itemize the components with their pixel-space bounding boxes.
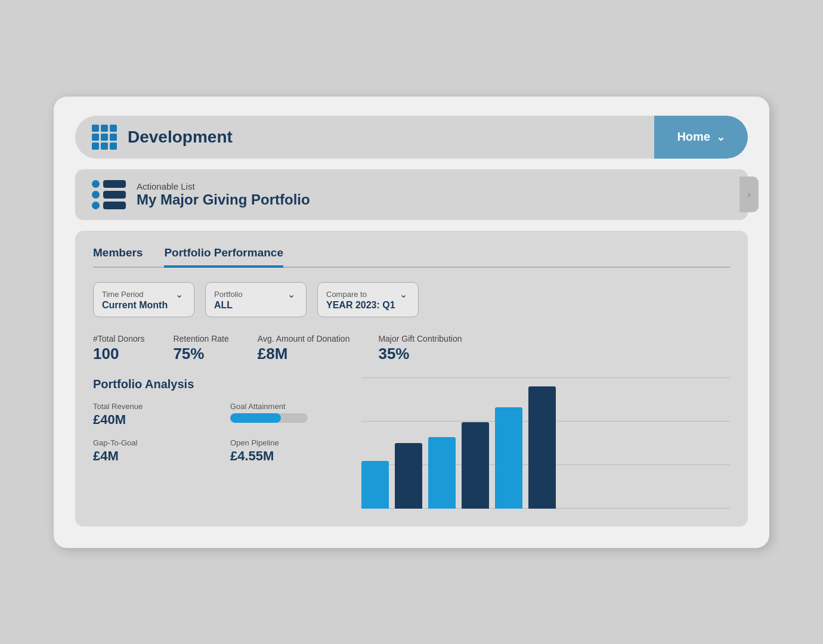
- list-bar-3: [103, 202, 126, 209]
- list-icon: [92, 180, 126, 209]
- list-dot-2: [92, 191, 100, 199]
- stat-major-gift-label: Major Gift Contribution: [378, 334, 462, 343]
- chart-area: [349, 377, 730, 509]
- portfolio-value: ALL: [214, 300, 295, 311]
- grid-icon: [92, 125, 117, 150]
- metric-total-revenue-label: Total Revenue: [93, 402, 212, 411]
- stat-major-gift: Major Gift Contribution 35%: [378, 334, 462, 363]
- metric-total-revenue-value: £40M: [93, 412, 212, 428]
- stat-total-donors-label: #Total Donors: [93, 334, 144, 343]
- actionable-label: Actionable List: [137, 181, 310, 191]
- filter-row: Time Period ⌄ Current Month Portfolio ⌄ …: [93, 282, 730, 317]
- bar-dark-3: [462, 422, 489, 509]
- bar-pair-5: [528, 386, 556, 509]
- compare-to-label: Compare to: [326, 290, 367, 299]
- tabs: Members Portfolio Performance: [93, 246, 730, 268]
- metric-open-pipeline-value: £4.55M: [230, 448, 349, 464]
- stat-retention-rate-value: 75%: [173, 345, 228, 363]
- top-nav: Development Home ⌄: [75, 116, 748, 159]
- tab-portfolio-performance[interactable]: Portfolio Performance: [164, 246, 283, 268]
- stat-avg-donation-label: Avg. Amount of Donation: [258, 334, 350, 343]
- compare-to-value: YEAR 2023: Q1: [326, 300, 407, 311]
- main-container: Development Home ⌄ Actionable List My Ma…: [54, 97, 769, 548]
- side-arrow[interactable]: ›: [740, 177, 759, 212]
- bar-blue-2: [428, 437, 456, 509]
- bar-blue-4: [495, 407, 522, 509]
- bar-pair-4: [495, 407, 522, 509]
- time-period-value: Current Month: [102, 300, 183, 311]
- stat-retention-rate-label: Retention Rate: [173, 334, 228, 343]
- home-chevron-icon: ⌄: [716, 131, 725, 144]
- list-dot-3: [92, 202, 100, 209]
- metric-goal-attainment: Goal Attainment: [230, 402, 349, 428]
- compare-to-dropdown[interactable]: Compare to ⌄ YEAR 2023: Q1: [317, 282, 419, 317]
- home-label: Home: [677, 130, 710, 144]
- metric-open-pipeline-label: Open Pipeline: [230, 438, 349, 447]
- bar-dark-1: [395, 443, 422, 509]
- metric-goal-attainment-label: Goal Attainment: [230, 402, 349, 411]
- metric-gap-to-goal-label: Gap-To-Goal: [93, 438, 212, 447]
- bar-pair-2: [428, 437, 456, 509]
- home-button[interactable]: Home ⌄: [654, 116, 748, 159]
- list-bar-2: [103, 191, 126, 199]
- compare-to-chevron-icon: ⌄: [400, 289, 407, 300]
- bar-pair-3: [462, 422, 489, 509]
- analysis-section: Portfolio Analysis Total Revenue £40M Go…: [93, 377, 730, 509]
- bars-container: [361, 377, 730, 509]
- stat-retention-rate: Retention Rate 75%: [173, 334, 228, 363]
- metric-total-revenue: Total Revenue £40M: [93, 402, 212, 428]
- metric-gap-to-goal-value: £4M: [93, 448, 212, 464]
- stat-avg-donation-value: £8M: [258, 345, 350, 363]
- stat-total-donors: #Total Donors 100: [93, 334, 144, 363]
- progress-bar-bg: [230, 413, 308, 423]
- list-dot-1: [92, 180, 100, 188]
- actionable-name: My Major Giving Portfolio: [137, 191, 310, 208]
- analysis-metrics: Total Revenue £40M Goal Attainment: [93, 402, 349, 464]
- main-card: Members Portfolio Performance Time Perio…: [75, 231, 748, 527]
- metric-gap-to-goal: Gap-To-Goal £4M: [93, 438, 212, 464]
- time-period-dropdown[interactable]: Time Period ⌄ Current Month: [93, 282, 194, 317]
- nav-title: Development: [128, 128, 654, 147]
- metric-open-pipeline: Open Pipeline £4.55M: [230, 438, 349, 464]
- portfolio-chevron-icon: ⌄: [287, 289, 295, 300]
- time-period-chevron-icon: ⌄: [175, 289, 183, 300]
- portfolio-dropdown[interactable]: Portfolio ⌄ ALL: [205, 282, 307, 317]
- time-period-label: Time Period: [102, 290, 144, 299]
- bar-dark-5: [528, 386, 556, 509]
- stat-major-gift-value: 35%: [378, 345, 462, 363]
- goal-attainment-bar: [230, 413, 349, 423]
- analysis-left: Portfolio Analysis Total Revenue £40M Go…: [93, 377, 349, 509]
- stats-row: #Total Donors 100 Retention Rate 75% Avg…: [93, 334, 730, 363]
- list-bar-1: [103, 180, 126, 188]
- progress-bar-fill: [230, 413, 281, 423]
- bar-pair-1: [395, 443, 422, 509]
- stat-avg-donation: Avg. Amount of Donation £8M: [258, 334, 350, 363]
- bar-pair-0: [361, 461, 389, 509]
- stat-total-donors-value: 100: [93, 345, 144, 363]
- bar-blue-0: [361, 461, 389, 509]
- actionable-bar: Actionable List My Major Giving Portfoli…: [75, 169, 748, 220]
- tab-members[interactable]: Members: [93, 246, 143, 268]
- portfolio-label: Portfolio: [214, 290, 243, 299]
- actionable-text: Actionable List My Major Giving Portfoli…: [137, 181, 310, 208]
- analysis-title: Portfolio Analysis: [93, 377, 349, 391]
